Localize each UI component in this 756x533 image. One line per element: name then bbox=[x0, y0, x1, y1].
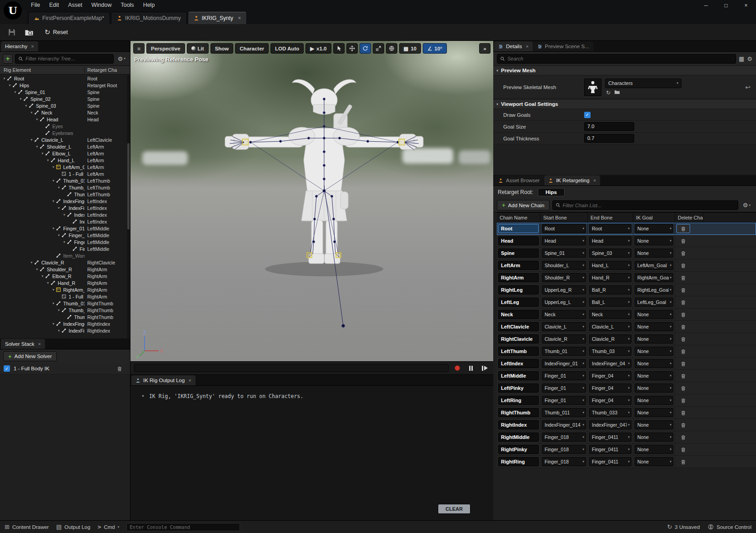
expander-icon[interactable]: ▾ bbox=[51, 165, 56, 169]
delete-chain-button[interactable] bbox=[676, 334, 690, 344]
ik-goal-dropdown[interactable]: None ▾ bbox=[635, 445, 673, 454]
3d-viewport[interactable]: Z X Y ≡ Perspective Lit Show Character L… bbox=[130, 41, 493, 361]
chain-name-field[interactable]: LeftMiddle bbox=[498, 371, 539, 380]
chain-row[interactable]: RightLeg UpperLeg_R ▾ Ball_R ▾ bbox=[497, 284, 756, 296]
end-bone-dropdown[interactable]: Clavicle_R ▾ bbox=[589, 334, 631, 344]
hierarchy-tree-row[interactable]: ▾ Thumb_022 RightThumb bbox=[0, 307, 127, 314]
column-start-bone[interactable]: Start Bone bbox=[541, 213, 588, 222]
start-bone-dropdown[interactable]: IndexFinger_014 ▾ bbox=[542, 420, 586, 429]
end-bone-dropdown[interactable]: Finger_0411 ▾ bbox=[589, 433, 631, 442]
chain-row[interactable]: Head Head ▾ Head ▾ bbox=[497, 235, 756, 247]
hierarchy-tree-row[interactable]: Thumb_033 RightThumb bbox=[0, 314, 127, 320]
hierarchy-tree-row[interactable]: ▾ Hips Retarget Root bbox=[0, 82, 127, 89]
tab-hierarchy[interactable]: Hierarchy × bbox=[1, 41, 38, 51]
lod-dropdown[interactable]: LOD Auto bbox=[270, 43, 304, 54]
delete-chain-button[interactable] bbox=[676, 396, 690, 405]
tab-solver-stack[interactable]: Solver Stack × bbox=[1, 339, 45, 349]
hierarchy-tree-row[interactable]: ▾ Spine_01 Spine bbox=[0, 89, 127, 95]
end-bone-dropdown[interactable]: Hand_L ▾ bbox=[589, 261, 631, 270]
hierarchy-tree-row[interactable]: IndexFinger_04 LeftIndex bbox=[0, 218, 127, 225]
delete-chain-button[interactable] bbox=[676, 224, 690, 233]
move-tool-button[interactable] bbox=[346, 43, 358, 54]
hierarchy-tree-row[interactable]: ▾ Root Root bbox=[0, 75, 127, 82]
expander-icon[interactable]: ▾ bbox=[51, 301, 56, 305]
expander-icon[interactable]: ▾ bbox=[40, 151, 45, 155]
chain-name-field[interactable]: RightIndex bbox=[498, 420, 539, 429]
pause-button[interactable] bbox=[466, 364, 476, 373]
ik-goal-dropdown[interactable]: None ▾ bbox=[635, 334, 673, 344]
end-bone-dropdown[interactable]: Thumb_033 ▾ bbox=[589, 408, 631, 417]
hierarchy-tree-row[interactable]: ▾ Shoulder_L LeftArm bbox=[0, 143, 127, 150]
start-bone-dropdown[interactable]: Spine_01 ▾ bbox=[542, 249, 586, 258]
delete-chain-button[interactable] bbox=[676, 347, 690, 356]
hierarchy-tree-row[interactable]: ▾ Head Head bbox=[0, 116, 127, 123]
world-space-button[interactable] bbox=[386, 43, 397, 54]
rotate-tool-button[interactable] bbox=[360, 43, 371, 54]
delete-chain-button[interactable] bbox=[676, 457, 690, 466]
add-new-solver-button[interactable]: + Add New Solver bbox=[3, 351, 57, 361]
delete-chain-button[interactable] bbox=[676, 384, 690, 393]
delete-chain-button[interactable] bbox=[676, 298, 690, 307]
expander-icon[interactable]: ▾ bbox=[62, 213, 67, 217]
delete-chain-button[interactable] bbox=[676, 249, 690, 258]
display-filter-icon[interactable]: ▦ bbox=[739, 55, 744, 62]
browse-to-asset-icon[interactable] bbox=[614, 90, 620, 96]
hierarchy-tree-row[interactable]: ▾ Hand_R RightArm bbox=[0, 279, 127, 286]
expander-icon[interactable]: ▾ bbox=[56, 308, 61, 312]
browse-icon[interactable] bbox=[23, 26, 35, 38]
asset-tab[interactable]: IKRIG_Synty × bbox=[188, 12, 247, 24]
chain-filter-input[interactable] bbox=[563, 203, 735, 208]
hierarchy-tree-row[interactable]: ▾ IndexFinger_01 LeftIndex bbox=[0, 198, 127, 204]
column-retarget-chain[interactable]: Retarget Cha bbox=[85, 67, 130, 73]
chain-name-field[interactable]: RightMiddle bbox=[498, 433, 539, 442]
column-chain-name[interactable]: Chain Name bbox=[497, 213, 541, 222]
console-command-input[interactable] bbox=[126, 523, 240, 531]
hierarchy-tree-row[interactable]: ▾ Hand_L LeftArm bbox=[0, 157, 127, 164]
minimize-icon[interactable]: ─ bbox=[696, 0, 716, 11]
ik-goal-dropdown[interactable]: LeftLeg_Goal ▾ bbox=[635, 298, 673, 307]
chain-row[interactable]: Spine Spine_01 ▾ Spine_03 ▾ bbox=[497, 247, 756, 259]
delete-chain-button[interactable] bbox=[676, 310, 690, 319]
delete-chain-button[interactable] bbox=[676, 285, 690, 294]
section-preview-mesh[interactable]: ▾ Preview Mesh bbox=[493, 65, 756, 75]
hierarchy-tree-row[interactable]: ▾ Clavicle_L LeftClavicle bbox=[0, 136, 127, 143]
chain-row[interactable]: RightRing Finger_018 ▾ Finger_0411 ▾ bbox=[497, 456, 756, 468]
tab-close-icon[interactable]: × bbox=[238, 15, 241, 21]
end-bone-dropdown[interactable]: Hand_R ▾ bbox=[589, 273, 631, 282]
expander-icon[interactable]: ▾ bbox=[51, 226, 56, 230]
hierarchy-tree-row[interactable]: ▾ Thumb_01 LeftThumb bbox=[0, 177, 127, 184]
hierarchy-tree-row[interactable]: 1 - Full Body IK LeftArm bbox=[0, 170, 127, 177]
details-search-input[interactable] bbox=[507, 56, 733, 61]
details-tab[interactable]: Details × bbox=[494, 41, 533, 51]
delete-solver-button[interactable] bbox=[113, 364, 126, 373]
ik-goal-dropdown[interactable]: None ▾ bbox=[635, 433, 673, 442]
details-tab[interactable]: Preview Scene S... bbox=[533, 41, 593, 51]
expander-icon[interactable]: ▾ bbox=[29, 110, 34, 115]
chain-row[interactable]: Root Root ▾ Root ▾ bbox=[497, 223, 756, 235]
hierarchy-tree-row[interactable]: ▾ Finger_02 LeftMiddle bbox=[0, 232, 127, 239]
chain-settings-button[interactable]: ⚙ ▾ bbox=[741, 202, 752, 209]
menu-item[interactable]: Asset bbox=[64, 1, 87, 9]
reset-button[interactable]: ↻ Reset bbox=[40, 27, 72, 38]
ik-goal-dropdown[interactable]: None ▾ bbox=[635, 347, 673, 356]
hierarchy-settings-button[interactable]: ⚙ ▾ bbox=[116, 55, 127, 62]
chain-row[interactable]: Neck Neck ▾ Neck ▾ bbox=[497, 309, 756, 321]
chain-name-field[interactable]: LeftThumb bbox=[498, 347, 539, 356]
maximize-icon[interactable]: □ bbox=[716, 0, 736, 11]
hierarchy-tree-row[interactable]: ▾ Shoulder_R RightArm bbox=[0, 266, 127, 273]
chain-name-field[interactable]: RightLeg bbox=[498, 285, 539, 294]
delete-chain-button[interactable] bbox=[676, 445, 690, 454]
chain-name-field[interactable]: LeftClavicle bbox=[498, 322, 539, 331]
chain-name-field[interactable]: LeftLeg bbox=[498, 298, 539, 307]
ik-goal-dropdown[interactable]: None ▾ bbox=[635, 420, 673, 429]
ik-goal-dropdown[interactable]: None ▾ bbox=[635, 371, 673, 380]
start-bone-dropdown[interactable]: Head ▾ bbox=[542, 236, 586, 245]
chain-name-field[interactable]: LeftRing bbox=[498, 396, 539, 405]
step-forward-button[interactable] bbox=[480, 364, 490, 373]
ik-goal-dropdown[interactable]: LeftArm_Goal ▾ bbox=[635, 261, 673, 270]
chain-row[interactable]: RightClavicle Clavicle_R ▾ Clavicle_R ▾ bbox=[497, 333, 756, 345]
chain-name-field[interactable]: RightPinky bbox=[498, 445, 539, 454]
hierarchy-tree-row[interactable]: ▾ Elbow_L LeftArm bbox=[0, 150, 127, 157]
start-bone-dropdown[interactable]: Thumb_01 ▾ bbox=[542, 347, 586, 356]
end-bone-dropdown[interactable]: Neck ▾ bbox=[589, 310, 631, 319]
